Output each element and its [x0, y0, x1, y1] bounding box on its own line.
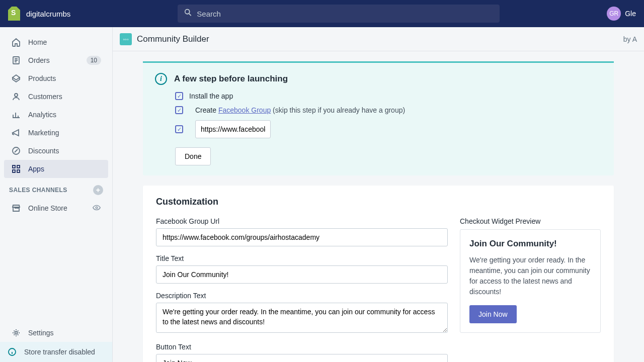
sidebar-item-discounts[interactable]: Discounts [4, 142, 108, 160]
sidebar-item-settings[interactable]: Settings [4, 324, 108, 342]
svg-point-7 [96, 207, 98, 209]
store-transfer-notice: Store transfer disabled [0, 342, 112, 362]
fb-url-input[interactable] [156, 228, 448, 246]
setup-card: i A few step before launching ✓ Install … [143, 61, 614, 175]
facebook-group-link[interactable]: Facebook Group [218, 106, 271, 114]
widget-join-button[interactable]: Join Now [469, 305, 517, 323]
orders-badge: 10 [87, 56, 101, 65]
sidebar-item-customers[interactable]: Customers [4, 87, 108, 106]
shopify-logo-icon [8, 7, 20, 21]
orders-icon [11, 55, 21, 65]
widget-title: Join Our Community! [469, 239, 591, 249]
preview-label: Checkout Widget Preview [460, 217, 601, 225]
search-input[interactable] [197, 10, 494, 18]
customization-title: Customization [156, 197, 601, 207]
fb-url-label: Facebook Group Url [156, 217, 448, 225]
marketing-icon [11, 128, 21, 138]
info-icon [7, 347, 17, 357]
svg-point-8 [15, 332, 18, 334]
sidebar: Home Orders 10 Products Customers Analyt… [0, 27, 113, 362]
gear-icon [11, 328, 21, 338]
discounts-icon [11, 146, 21, 156]
checkbox-icon[interactable]: ✓ [175, 106, 183, 114]
store-icon [11, 203, 21, 213]
info-icon: i [155, 73, 167, 85]
store-name[interactable]: digitalcrumbs [26, 10, 70, 18]
sidebar-item-label: Marketing [28, 129, 59, 137]
sidebar-item-online-store[interactable]: Online Store [4, 199, 108, 217]
setup-step-2: ✓ Create Facebook Group (skip this step … [175, 106, 602, 114]
analytics-icon [11, 110, 21, 120]
sidebar-item-label: Analytics [28, 111, 56, 119]
apps-icon [11, 164, 21, 174]
sidebar-item-home[interactable]: Home [4, 33, 108, 51]
app-author: by A [623, 35, 637, 43]
description-label: Description Text [156, 292, 448, 300]
sidebar-item-label: Products [28, 74, 56, 82]
app-header: ◦◦◦ Community Builder by A [113, 27, 644, 51]
sidebar-item-marketing[interactable]: Marketing [4, 124, 108, 142]
sidebar-item-label: Customers [28, 93, 62, 101]
svg-rect-3 [13, 165, 15, 168]
search-box[interactable] [178, 5, 500, 23]
app-logo-icon: ◦◦◦ [120, 33, 132, 45]
checkout-widget-preview: Join Our Community! We're getting your o… [460, 229, 601, 333]
app-title: Community Builder [137, 34, 209, 44]
user-name[interactable]: Gle [625, 10, 636, 18]
customization-card: Customization Facebook Group Url Title T… [143, 186, 614, 362]
add-channel-icon[interactable]: + [93, 185, 103, 195]
setup-step-1: ✓ Install the app [175, 92, 602, 100]
sidebar-item-apps[interactable]: Apps [4, 160, 108, 178]
customers-icon [11, 92, 21, 102]
setup-step-3: ✓ [175, 120, 602, 138]
svg-rect-5 [13, 170, 15, 172]
title-text-label: Title Text [156, 254, 448, 262]
home-icon [11, 37, 21, 47]
title-text-input[interactable] [156, 265, 448, 284]
sidebar-item-orders[interactable]: Orders 10 [4, 51, 108, 69]
button-text-input[interactable] [156, 354, 448, 362]
button-text-label: Button Text [156, 343, 448, 351]
sales-channels-header: SALES CHANNELS + [0, 178, 112, 199]
sidebar-item-label: Home [28, 38, 47, 46]
widget-description: We're getting your order ready. In the m… [469, 255, 591, 297]
view-store-icon[interactable] [92, 203, 101, 214]
main-content: ◦◦◦ Community Builder by A i A few step … [113, 27, 644, 362]
setup-title: A few step before launching [174, 74, 288, 84]
sidebar-item-label: Apps [28, 165, 44, 173]
sidebar-item-label: Online Store [28, 204, 67, 212]
sidebar-item-label: Settings [28, 329, 54, 337]
description-input[interactable]: We're getting your order ready. In the m… [156, 303, 448, 333]
top-bar: digitalcrumbs GR Gle [0, 0, 644, 27]
checkbox-icon[interactable]: ✓ [175, 92, 183, 100]
search-icon [184, 8, 193, 19]
avatar[interactable]: GR [607, 7, 621, 21]
sidebar-item-analytics[interactable]: Analytics [4, 106, 108, 124]
sidebar-item-products[interactable]: Products [4, 69, 108, 87]
svg-rect-6 [17, 170, 20, 172]
svg-point-1 [15, 94, 18, 97]
products-icon [11, 73, 21, 83]
sidebar-item-label: Orders [28, 56, 50, 64]
svg-rect-4 [17, 165, 20, 168]
sidebar-item-label: Discounts [28, 147, 59, 155]
checkbox-icon[interactable]: ✓ [175, 125, 183, 133]
done-button[interactable]: Done [175, 147, 211, 165]
facebook-url-input-small[interactable] [195, 120, 271, 138]
